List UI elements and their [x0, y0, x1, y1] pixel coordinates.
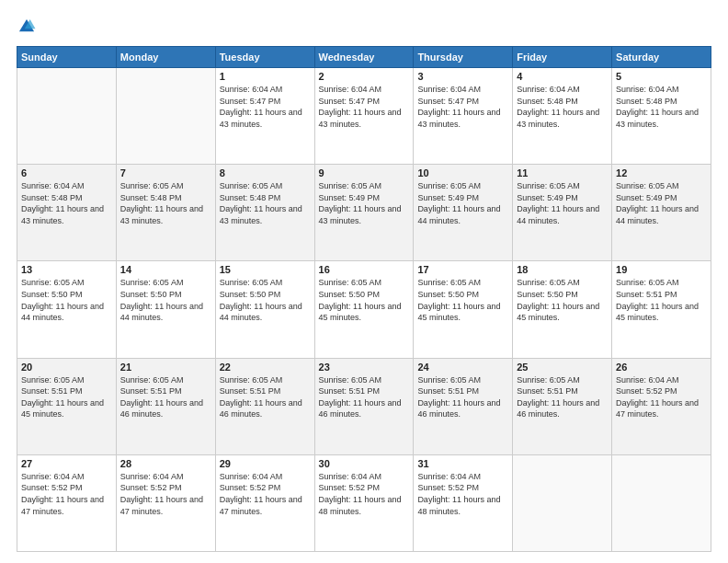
table-row [17, 68, 117, 165]
day-info: Sunrise: 6:05 AM Sunset: 5:48 PM Dayligh… [220, 180, 311, 226]
day-info: Sunrise: 6:05 AM Sunset: 5:50 PM Dayligh… [120, 277, 211, 323]
day-number: 15 [220, 264, 311, 275]
table-row [612, 454, 711, 551]
day-info: Sunrise: 6:04 AM Sunset: 5:47 PM Dayligh… [417, 84, 508, 130]
day-info: Sunrise: 6:05 AM Sunset: 5:51 PM Dayligh… [21, 374, 112, 420]
day-info: Sunrise: 6:04 AM Sunset: 5:48 PM Dayligh… [21, 180, 112, 226]
header-wednesday: Wednesday [314, 47, 414, 68]
day-number: 31 [417, 458, 508, 469]
day-info: Sunrise: 6:05 AM Sunset: 5:51 PM Dayligh… [616, 277, 707, 323]
day-info: Sunrise: 6:04 AM Sunset: 5:52 PM Dayligh… [417, 471, 508, 517]
table-row: 21Sunrise: 6:05 AM Sunset: 5:51 PM Dayli… [116, 358, 215, 454]
table-row: 24Sunrise: 6:05 AM Sunset: 5:51 PM Dayli… [414, 358, 513, 454]
day-info: Sunrise: 6:05 AM Sunset: 5:50 PM Dayligh… [220, 277, 311, 323]
day-info: Sunrise: 6:05 AM Sunset: 5:51 PM Dayligh… [319, 374, 410, 420]
day-number: 16 [319, 264, 410, 275]
day-number: 28 [120, 458, 211, 469]
day-number: 19 [616, 264, 707, 275]
table-row: 29Sunrise: 6:04 AM Sunset: 5:52 PM Dayli… [215, 454, 314, 551]
calendar-row: 27Sunrise: 6:04 AM Sunset: 5:52 PM Dayli… [17, 454, 711, 551]
table-row: 18Sunrise: 6:05 AM Sunset: 5:50 PM Dayli… [513, 261, 612, 358]
table-row: 7Sunrise: 6:05 AM Sunset: 5:48 PM Daylig… [116, 165, 215, 261]
day-number: 10 [417, 167, 508, 178]
day-info: Sunrise: 6:05 AM Sunset: 5:49 PM Dayligh… [616, 180, 707, 226]
day-info: Sunrise: 6:05 AM Sunset: 5:49 PM Dayligh… [417, 180, 508, 226]
table-row: 5Sunrise: 6:04 AM Sunset: 5:48 PM Daylig… [612, 68, 711, 165]
day-number: 24 [417, 362, 508, 373]
day-number: 20 [21, 362, 112, 373]
table-row: 6Sunrise: 6:04 AM Sunset: 5:48 PM Daylig… [17, 165, 117, 261]
day-number: 4 [517, 71, 608, 82]
day-number: 23 [319, 362, 410, 373]
table-row: 11Sunrise: 6:05 AM Sunset: 5:49 PM Dayli… [513, 165, 612, 261]
day-number: 26 [616, 362, 707, 373]
day-number: 29 [220, 458, 311, 469]
table-row: 23Sunrise: 6:05 AM Sunset: 5:51 PM Dayli… [314, 358, 414, 454]
day-info: Sunrise: 6:04 AM Sunset: 5:48 PM Dayligh… [616, 84, 707, 130]
table-row: 27Sunrise: 6:04 AM Sunset: 5:52 PM Dayli… [17, 454, 117, 551]
header-thursday: Thursday [414, 47, 513, 68]
day-info: Sunrise: 6:04 AM Sunset: 5:47 PM Dayligh… [319, 84, 410, 130]
table-row: 8Sunrise: 6:05 AM Sunset: 5:48 PM Daylig… [215, 165, 314, 261]
logo-icon [17, 17, 37, 37]
day-info: Sunrise: 6:05 AM Sunset: 5:50 PM Dayligh… [21, 277, 112, 323]
header [17, 17, 711, 37]
day-info: Sunrise: 6:04 AM Sunset: 5:52 PM Dayligh… [220, 471, 311, 517]
table-row: 17Sunrise: 6:05 AM Sunset: 5:50 PM Dayli… [414, 261, 513, 358]
table-row: 30Sunrise: 6:04 AM Sunset: 5:52 PM Dayli… [314, 454, 414, 551]
table-row: 9Sunrise: 6:05 AM Sunset: 5:49 PM Daylig… [314, 165, 414, 261]
table-row: 3Sunrise: 6:04 AM Sunset: 5:47 PM Daylig… [414, 68, 513, 165]
day-number: 21 [120, 362, 211, 373]
day-number: 17 [417, 264, 508, 275]
day-info: Sunrise: 6:05 AM Sunset: 5:50 PM Dayligh… [319, 277, 410, 323]
day-info: Sunrise: 6:04 AM Sunset: 5:52 PM Dayligh… [120, 471, 211, 517]
table-row: 22Sunrise: 6:05 AM Sunset: 5:51 PM Dayli… [215, 358, 314, 454]
day-info: Sunrise: 6:05 AM Sunset: 5:49 PM Dayligh… [319, 180, 410, 226]
day-info: Sunrise: 6:05 AM Sunset: 5:50 PM Dayligh… [517, 277, 608, 323]
day-number: 2 [319, 71, 410, 82]
table-row [116, 68, 215, 165]
table-row: 4Sunrise: 6:04 AM Sunset: 5:48 PM Daylig… [513, 68, 612, 165]
day-info: Sunrise: 6:05 AM Sunset: 5:49 PM Dayligh… [517, 180, 608, 226]
table-row [513, 454, 612, 551]
table-row: 26Sunrise: 6:04 AM Sunset: 5:52 PM Dayli… [612, 358, 711, 454]
day-info: Sunrise: 6:05 AM Sunset: 5:51 PM Dayligh… [417, 374, 508, 420]
day-number: 3 [417, 71, 508, 82]
day-number: 11 [517, 167, 608, 178]
table-row: 2Sunrise: 6:04 AM Sunset: 5:47 PM Daylig… [314, 68, 414, 165]
calendar-row: 1Sunrise: 6:04 AM Sunset: 5:47 PM Daylig… [17, 68, 711, 165]
day-info: Sunrise: 6:04 AM Sunset: 5:52 PM Dayligh… [21, 471, 112, 517]
table-row: 13Sunrise: 6:05 AM Sunset: 5:50 PM Dayli… [17, 261, 117, 358]
day-info: Sunrise: 6:04 AM Sunset: 5:48 PM Dayligh… [517, 84, 608, 130]
day-info: Sunrise: 6:04 AM Sunset: 5:52 PM Dayligh… [616, 374, 707, 420]
table-row: 28Sunrise: 6:04 AM Sunset: 5:52 PM Dayli… [116, 454, 215, 551]
weekday-header-row: Sunday Monday Tuesday Wednesday Thursday… [17, 47, 711, 68]
day-number: 8 [220, 167, 311, 178]
logo [17, 17, 40, 37]
day-info: Sunrise: 6:05 AM Sunset: 5:51 PM Dayligh… [517, 374, 608, 420]
day-number: 22 [220, 362, 311, 373]
day-number: 1 [220, 71, 311, 82]
calendar-row: 6Sunrise: 6:04 AM Sunset: 5:48 PM Daylig… [17, 165, 711, 261]
day-number: 6 [21, 167, 112, 178]
table-row: 10Sunrise: 6:05 AM Sunset: 5:49 PM Dayli… [414, 165, 513, 261]
header-monday: Monday [116, 47, 215, 68]
day-number: 7 [120, 167, 211, 178]
day-info: Sunrise: 6:05 AM Sunset: 5:48 PM Dayligh… [120, 180, 211, 226]
day-number: 30 [319, 458, 410, 469]
day-info: Sunrise: 6:05 AM Sunset: 5:51 PM Dayligh… [120, 374, 211, 420]
calendar-page: Sunday Monday Tuesday Wednesday Thursday… [0, 0, 728, 563]
table-row: 20Sunrise: 6:05 AM Sunset: 5:51 PM Dayli… [17, 358, 117, 454]
table-row: 15Sunrise: 6:05 AM Sunset: 5:50 PM Dayli… [215, 261, 314, 358]
day-info: Sunrise: 6:05 AM Sunset: 5:50 PM Dayligh… [417, 277, 508, 323]
table-row: 1Sunrise: 6:04 AM Sunset: 5:47 PM Daylig… [215, 68, 314, 165]
day-number: 27 [21, 458, 112, 469]
day-number: 9 [319, 167, 410, 178]
day-number: 14 [120, 264, 211, 275]
day-number: 12 [616, 167, 707, 178]
header-sunday: Sunday [17, 47, 117, 68]
table-row: 25Sunrise: 6:05 AM Sunset: 5:51 PM Dayli… [513, 358, 612, 454]
day-info: Sunrise: 6:04 AM Sunset: 5:52 PM Dayligh… [319, 471, 410, 517]
table-row: 16Sunrise: 6:05 AM Sunset: 5:50 PM Dayli… [314, 261, 414, 358]
day-info: Sunrise: 6:05 AM Sunset: 5:51 PM Dayligh… [220, 374, 311, 420]
